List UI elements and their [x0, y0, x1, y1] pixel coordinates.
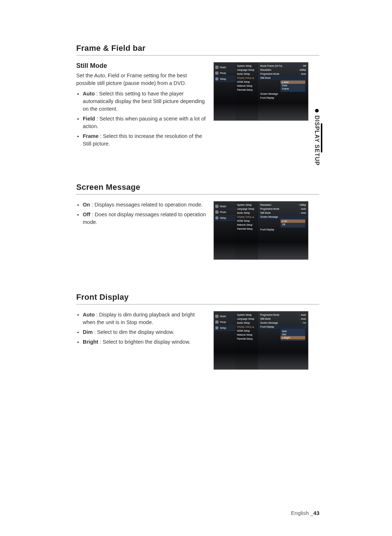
osd-side-label: Photo: [220, 72, 226, 74]
osd-options-dropdown: OnOff: [281, 219, 305, 228]
osd-side-item: Music: [214, 314, 236, 319]
osd-side-item: Photo: [214, 319, 236, 325]
setup-icon: [215, 216, 219, 220]
list-item: Auto : Display is dim during playback an…: [83, 311, 208, 326]
osd-side-label: Setup: [220, 327, 226, 329]
osd-menu-item: Audio Setup: [236, 211, 258, 215]
footer-language: English: [291, 510, 310, 516]
osd-menu-item: Network Setup: [236, 223, 258, 227]
osd-menu-item: Audio Setup: [236, 321, 258, 325]
page-number: 43: [313, 510, 319, 516]
osd-menu-item: System Setup: [236, 64, 258, 68]
osd-side-item: Setup: [214, 76, 236, 82]
music-icon: [215, 315, 219, 318]
intro-still-mode: Set the Auto, Field or Frame setting for…: [76, 72, 207, 87]
photo-icon: [215, 71, 219, 75]
osd-option: Dim: [281, 333, 305, 336]
osd-option: Bright: [281, 336, 305, 339]
osd-menu-item: HDMI Setup: [236, 219, 258, 223]
osd-menu-item: HDMI Setup: [236, 80, 258, 84]
osd-menu-item: Display Setup: [236, 215, 258, 219]
osd-value-column: Movie Frame (24 Fs): OffResolution: 1080…: [258, 62, 308, 120]
osd-menu-item: Parental Setup: [236, 227, 258, 231]
osd-options-dropdown: AutoDimBright: [281, 329, 305, 341]
music-icon: [215, 205, 219, 208]
osd-setting-row: Front Display: [258, 228, 308, 232]
osd-side-item: Music: [214, 204, 236, 209]
osd-menu-item: Network Setup: [236, 333, 258, 337]
music-icon: [215, 66, 219, 69]
osd-menu-item: Language Setup: [236, 68, 258, 72]
osd-option: Auto: [281, 330, 305, 333]
osd-highlighted-row: Screen Message:: [258, 215, 308, 219]
section-screen-message: Screen Message On : Displays messages re…: [76, 183, 319, 260]
osd-sidebar: MusicPhotoSetup: [214, 62, 236, 120]
osd-side-item: Photo: [214, 209, 236, 215]
osd-option: On: [281, 220, 305, 223]
list-item: Bright : Select to brighten the display …: [83, 338, 208, 346]
osd-value-column: Resolution: 1080pProgressive Mode: AutoS…: [258, 201, 308, 259]
osd-menu-item: System Setup: [236, 203, 258, 207]
osd-side-label: Music: [220, 66, 226, 69]
subheading-still-mode: Still Mode: [76, 62, 208, 70]
osd-menu-column: System SetupLanguage SetupAudio SetupDis…: [236, 311, 258, 369]
heading-screen-message: Screen Message: [76, 183, 319, 195]
section-front-display: Front Display Auto : Display is dim duri…: [76, 292, 319, 370]
osd-side-item: Setup: [214, 215, 236, 221]
heading-frame-field: Frame & Field bar: [76, 44, 319, 56]
osd-setting-row: Front Display: [258, 96, 308, 100]
front-display-options-list: Auto : Display is dim during playback an…: [76, 311, 208, 346]
osd-setting-row: Progressive Mode: Auto: [258, 207, 308, 211]
page-footer: English _43: [291, 510, 319, 516]
osd-option: Field: [281, 84, 305, 87]
list-item: Field : Select this when pausing a scene…: [83, 115, 208, 130]
osd-menu-item: Parental Setup: [236, 337, 258, 341]
side-tab-dot-icon: [315, 109, 319, 112]
osd-setting-row: Still Mode: Auto: [258, 317, 308, 321]
osd-setting-row: Movie Frame (24 Fs): Off: [258, 64, 308, 68]
osd-side-label: Photo: [220, 211, 226, 213]
osd-setting-row: Progressive Mode: Auto: [258, 72, 308, 76]
osd-screen-message: MusicPhotoSetupSystem SetupLanguage Setu…: [213, 201, 309, 260]
section-frame-field: Frame & Field bar Still Mode Set the Aut…: [76, 44, 319, 150]
osd-side-item: Setup: [214, 325, 236, 331]
osd-menu-item: Parental Setup: [236, 88, 258, 92]
manual-page: DISPLAY SETUP Frame & Field bar Still Mo…: [0, 0, 392, 536]
osd-side-label: Setup: [220, 78, 226, 80]
osd-options-dropdown: AutoFieldFrame: [281, 80, 305, 92]
heading-front-display: Front Display: [76, 292, 319, 304]
osd-highlighted-row: Still Mode:: [258, 76, 308, 80]
osd-sidebar: MusicPhotoSetup: [214, 311, 236, 369]
osd-option: Off: [281, 223, 305, 226]
osd-option: Frame: [281, 87, 305, 90]
osd-side-item: Photo: [214, 70, 236, 76]
osd-setting-row: Resolution: 1080p: [258, 68, 308, 72]
osd-menu-item: HDMI Setup: [236, 329, 258, 333]
section-side-tab: DISPLAY SETUP: [314, 109, 320, 165]
list-item: Auto : Select this setting to have the p…: [83, 90, 208, 113]
photo-icon: [215, 210, 219, 214]
thumb-index-bar: [321, 123, 322, 152]
osd-menu-item: Display Setup: [236, 325, 258, 329]
list-item: Frame : Select this to increase the reso…: [83, 132, 208, 148]
osd-setting-row: Screen Message: [258, 92, 308, 96]
side-tab-label: DISPLAY SETUP: [314, 115, 320, 165]
osd-side-label: Music: [220, 315, 226, 318]
screen-message-options-list: On : Displays messages related to operat…: [76, 201, 208, 226]
still-mode-options-list: Auto : Select this setting to have the p…: [76, 90, 208, 148]
osd-menu-item: Audio Setup: [236, 72, 258, 76]
osd-side-label: Music: [220, 205, 226, 208]
setup-icon: [215, 326, 219, 330]
osd-setting-row: Still Mode: Auto: [258, 211, 308, 215]
osd-menu-item: Display Setup: [236, 76, 258, 80]
osd-value-column: Progressive Mode: AutoStill Mode: AutoSc…: [258, 311, 308, 369]
osd-setting-row: Progressive Mode: Auto: [258, 313, 308, 317]
list-item: Off : Does not display messages related …: [83, 211, 208, 226]
osd-setting-row: Screen Message: On: [258, 321, 308, 325]
osd-menu-column: System SetupLanguage SetupAudio SetupDis…: [236, 62, 258, 120]
osd-highlighted-row: Front Display:: [258, 325, 308, 329]
osd-side-label: Photo: [220, 321, 226, 323]
osd-menu-item: Network Setup: [236, 84, 258, 88]
osd-setting-row: Resolution: 1080p: [258, 203, 308, 207]
osd-menu-item: Language Setup: [236, 207, 258, 211]
